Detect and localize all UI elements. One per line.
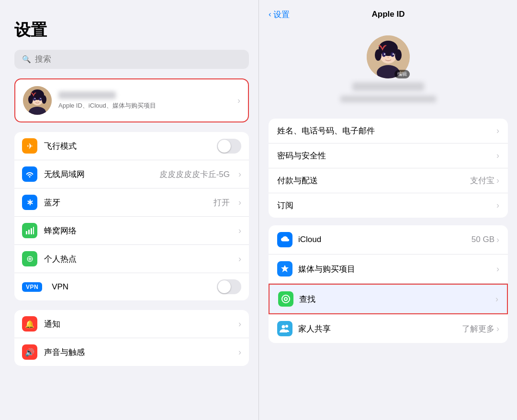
svg-point-21: [382, 52, 386, 57]
back-label: 设置: [273, 9, 290, 20]
family-value: 了解更多: [462, 323, 495, 334]
svg-point-19: [375, 49, 382, 61]
name-chevron: ›: [496, 126, 499, 136]
notifications-icon: 🔔: [22, 316, 37, 332]
find-my-label: 查找: [299, 294, 495, 305]
payment-chevron: ›: [496, 176, 499, 186]
sound-icon: 🔊: [22, 344, 37, 360]
avatar: [23, 86, 52, 115]
svg-point-10: [37, 100, 38, 101]
right-group-account: 姓名、电话号码、电子邮件 › 密码与安全性 › 付款与配送 支付宝 › 订阅 ›: [269, 119, 508, 218]
svg-point-9: [40, 98, 41, 99]
vpn-row[interactable]: VPN VPN: [14, 273, 249, 300]
media-purchases-label: 媒体与购买项目: [298, 264, 496, 275]
svg-point-23: [384, 54, 385, 55]
notifications-row[interactable]: 🔔 通知 ›: [14, 310, 249, 338]
vpn-badge: VPN: [22, 282, 42, 292]
media-chevron: ›: [496, 264, 499, 274]
family-icon: [277, 321, 292, 336]
find-my-icon: [278, 291, 293, 307]
airplane-label: 飞行模式: [44, 141, 210, 152]
profile-name-blurred: [58, 91, 116, 99]
password-security-row[interactable]: 密码与安全性 ›: [269, 144, 508, 168]
name-phone-email-label: 姓名、电话号码、电子邮件: [277, 125, 496, 136]
profile-card[interactable]: Apple ID、iCloud、媒体与购买项目 ›: [14, 78, 249, 122]
sound-label: 声音与触感: [44, 347, 232, 358]
svg-point-24: [393, 54, 394, 55]
appstore-icon: [277, 261, 292, 276]
name-phone-email-row[interactable]: 姓名、电话号码、电子邮件 ›: [269, 119, 508, 144]
subscriptions-row[interactable]: 订阅 ›: [269, 193, 508, 218]
wifi-icon: [22, 166, 37, 182]
wifi-chevron: ›: [238, 169, 241, 179]
profile-info: Apple ID、iCloud、媒体与购买项目: [58, 91, 231, 110]
airplane-toggle[interactable]: [217, 139, 241, 154]
hotspot-label: 个人热点: [44, 254, 232, 265]
svg-rect-12: [28, 230, 30, 234]
airplane-mode-row[interactable]: ✈ 飞行模式: [14, 132, 249, 160]
vpn-label: VPN: [52, 282, 210, 292]
payment-shipping-row[interactable]: 付款与配送 支付宝 ›: [269, 168, 508, 193]
search-bar[interactable]: 🔍: [14, 50, 249, 69]
airplane-icon: ✈: [22, 138, 37, 154]
payment-shipping-label: 付款与配送: [277, 175, 470, 186]
svg-point-20: [395, 49, 402, 61]
cellular-label: 蜂窝网络: [44, 225, 232, 236]
back-chevron-icon: ‹: [269, 10, 271, 19]
family-sharing-label: 家人共享: [298, 323, 462, 334]
wifi-row[interactable]: 无线局域网 皮皮皮皮皮卡丘-5G ›: [14, 160, 249, 188]
notifications-chevron: ›: [238, 319, 241, 329]
page-title: 设置: [14, 19, 249, 41]
subscriptions-chevron: ›: [496, 200, 499, 210]
media-purchases-row[interactable]: 媒体与购买项目 ›: [269, 254, 508, 284]
right-group-services: iCloud 50 GB › 媒体与购买项目 › 查找: [269, 225, 508, 343]
sound-chevron: ›: [238, 347, 241, 357]
notifications-label: 通知: [44, 319, 232, 330]
edit-badge[interactable]: 编辑: [394, 70, 410, 78]
right-email-blurred: [340, 96, 436, 102]
password-security-label: 密码与安全性: [277, 150, 496, 161]
bluetooth-icon: ∗: [22, 195, 37, 210]
svg-point-22: [391, 52, 394, 57]
svg-point-5: [42, 95, 46, 104]
vpn-toggle[interactable]: [217, 279, 241, 294]
hotspot-icon: ⊕: [22, 251, 37, 266]
family-sharing-row[interactable]: 家人共享 了解更多 ›: [269, 314, 508, 343]
wifi-label: 无线局域网: [44, 169, 153, 180]
find-my-row[interactable]: 查找 ›: [269, 284, 508, 314]
icloud-chevron: ›: [496, 235, 499, 245]
back-button[interactable]: ‹ 设置: [269, 9, 290, 20]
hotspot-chevron: ›: [238, 254, 241, 264]
bluetooth-chevron: ›: [238, 198, 241, 208]
nav-title: Apple ID: [372, 10, 405, 19]
right-profile-section: 编辑: [269, 31, 508, 107]
svg-point-29: [282, 325, 285, 329]
icloud-label: iCloud: [298, 235, 472, 244]
icloud-icon: [277, 232, 292, 247]
right-name-blurred: [352, 82, 424, 91]
svg-point-8: [34, 98, 35, 99]
search-icon: 🔍: [22, 55, 31, 64]
right-avatar-wrap: 编辑: [367, 35, 410, 78]
cellular-chevron: ›: [238, 226, 241, 236]
cellular-row[interactable]: 蜂窝网络 ›: [14, 217, 249, 245]
family-chevron: ›: [496, 324, 499, 334]
find-my-chevron: ›: [495, 294, 498, 304]
svg-point-4: [28, 95, 33, 104]
svg-point-30: [285, 325, 288, 328]
svg-point-7: [39, 98, 42, 101]
hotspot-row[interactable]: ⊕ 个人热点 ›: [14, 245, 249, 273]
icloud-value: 50 GB: [472, 235, 495, 244]
search-input[interactable]: [35, 55, 241, 64]
profile-subtitle: Apple ID、iCloud、媒体与购买项目: [58, 101, 231, 110]
settings-group-network: ✈ 飞行模式 无线局域网 皮皮皮皮皮卡丘-5G › ∗ 蓝牙 打开 ›: [14, 132, 249, 300]
nav-bar: ‹ 设置 Apple ID: [269, 10, 508, 19]
sound-row[interactable]: 🔊 声音与触感 ›: [14, 338, 249, 366]
bluetooth-row[interactable]: ∗ 蓝牙 打开 ›: [14, 188, 249, 217]
icloud-row[interactable]: iCloud 50 GB ›: [269, 225, 508, 254]
profile-chevron: ›: [237, 96, 240, 106]
svg-rect-13: [31, 228, 32, 234]
svg-point-25: [388, 57, 389, 58]
bluetooth-value: 打开: [214, 197, 230, 208]
bluetooth-label: 蓝牙: [44, 197, 207, 208]
